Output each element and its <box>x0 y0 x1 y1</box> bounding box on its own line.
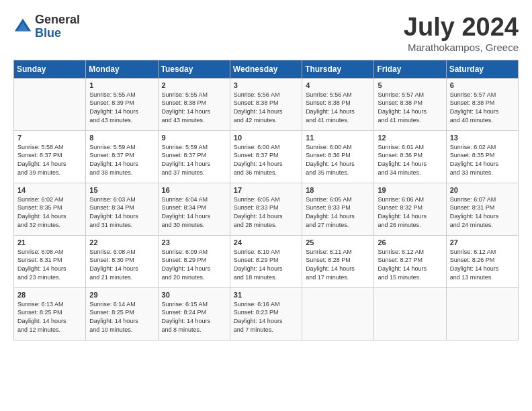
calendar-cell: 27Sunrise: 6:12 AM Sunset: 8:26 PM Dayli… <box>446 235 518 287</box>
cell-info: Sunrise: 6:00 AM Sunset: 8:37 PM Dayligh… <box>234 143 298 177</box>
calendar-cell: 23Sunrise: 6:09 AM Sunset: 8:29 PM Dayli… <box>158 235 230 287</box>
cell-info: Sunrise: 6:04 AM Sunset: 8:34 PM Dayligh… <box>162 195 226 229</box>
day-number: 27 <box>450 238 515 246</box>
calendar-cell: 15Sunrise: 6:03 AM Sunset: 8:34 PM Dayli… <box>86 183 158 235</box>
day-header-monday: Monday <box>86 60 158 78</box>
day-number: 26 <box>378 238 442 246</box>
cell-info: Sunrise: 6:02 AM Sunset: 8:35 PM Dayligh… <box>17 195 82 229</box>
location: Marathokampos, Greece <box>404 42 519 53</box>
week-row-4: 21Sunrise: 6:08 AM Sunset: 8:31 PM Dayli… <box>14 235 519 287</box>
calendar-cell: 24Sunrise: 6:10 AM Sunset: 8:29 PM Dayli… <box>230 235 302 287</box>
day-number: 6 <box>450 81 515 89</box>
calendar-cell: 17Sunrise: 6:05 AM Sunset: 8:33 PM Dayli… <box>230 183 302 235</box>
cell-info: Sunrise: 6:05 AM Sunset: 8:33 PM Dayligh… <box>234 195 298 229</box>
day-number: 31 <box>234 291 298 299</box>
calendar-cell: 10Sunrise: 6:00 AM Sunset: 8:37 PM Dayli… <box>230 130 302 183</box>
calendar-cell: 30Sunrise: 6:15 AM Sunset: 8:24 PM Dayli… <box>158 287 230 340</box>
day-number: 2 <box>162 81 226 89</box>
calendar-cell: 1Sunrise: 5:55 AM Sunset: 8:39 PM Daylig… <box>86 78 158 130</box>
cell-info: Sunrise: 5:56 AM Sunset: 8:38 PM Dayligh… <box>306 91 370 124</box>
cell-info: Sunrise: 6:10 AM Sunset: 8:29 PM Dayligh… <box>234 248 298 281</box>
calendar-cell: 21Sunrise: 6:08 AM Sunset: 8:31 PM Dayli… <box>14 235 86 287</box>
calendar-cell: 9Sunrise: 5:59 AM Sunset: 8:37 PM Daylig… <box>158 130 230 183</box>
day-number: 9 <box>162 134 226 142</box>
cell-info: Sunrise: 5:57 AM Sunset: 8:38 PM Dayligh… <box>378 91 442 124</box>
cell-info: Sunrise: 6:12 AM Sunset: 8:27 PM Dayligh… <box>378 248 442 281</box>
cell-info: Sunrise: 5:56 AM Sunset: 8:38 PM Dayligh… <box>234 91 298 124</box>
cell-info: Sunrise: 6:00 AM Sunset: 8:36 PM Dayligh… <box>306 143 370 177</box>
calendar-cell: 5Sunrise: 5:57 AM Sunset: 8:38 PM Daylig… <box>374 78 446 130</box>
logo-general: General <box>35 13 80 27</box>
cell-info: Sunrise: 6:08 AM Sunset: 8:31 PM Dayligh… <box>17 248 82 281</box>
day-number: 10 <box>234 134 298 142</box>
cell-info: Sunrise: 6:02 AM Sunset: 8:35 PM Dayligh… <box>450 143 515 177</box>
calendar-cell: 19Sunrise: 6:06 AM Sunset: 8:32 PM Dayli… <box>374 183 446 235</box>
header: General Blue July 2024 Marathokampos, Gr… <box>13 13 519 53</box>
cell-info: Sunrise: 6:06 AM Sunset: 8:32 PM Dayligh… <box>378 195 442 229</box>
day-number: 13 <box>450 134 515 142</box>
day-number: 21 <box>17 238 82 246</box>
cell-info: Sunrise: 6:13 AM Sunset: 8:25 PM Dayligh… <box>17 300 82 334</box>
day-number: 5 <box>378 81 442 89</box>
cell-info: Sunrise: 5:57 AM Sunset: 8:38 PM Dayligh… <box>450 91 515 124</box>
month-title: July 2024 <box>404 13 519 42</box>
logo-icon <box>13 17 32 36</box>
day-number: 15 <box>89 186 154 194</box>
cell-info: Sunrise: 5:59 AM Sunset: 8:37 PM Dayligh… <box>89 143 154 177</box>
day-number: 18 <box>306 186 370 194</box>
calendar-cell: 18Sunrise: 6:05 AM Sunset: 8:33 PM Dayli… <box>302 183 374 235</box>
day-number: 11 <box>306 134 370 142</box>
cell-info: Sunrise: 5:59 AM Sunset: 8:37 PM Dayligh… <box>162 143 226 177</box>
calendar-cell <box>374 287 446 340</box>
calendar-cell: 29Sunrise: 6:14 AM Sunset: 8:25 PM Dayli… <box>86 287 158 340</box>
logo-text: General Blue <box>35 13 80 40</box>
cell-info: Sunrise: 6:01 AM Sunset: 8:36 PM Dayligh… <box>378 143 442 177</box>
calendar-cell: 6Sunrise: 5:57 AM Sunset: 8:38 PM Daylig… <box>446 78 518 130</box>
cell-info: Sunrise: 6:08 AM Sunset: 8:30 PM Dayligh… <box>89 248 154 281</box>
day-number: 28 <box>17 291 82 299</box>
cell-info: Sunrise: 5:58 AM Sunset: 8:37 PM Dayligh… <box>17 143 82 177</box>
day-header-sunday: Sunday <box>14 60 86 78</box>
day-header-tuesday: Tuesday <box>158 60 230 78</box>
day-number: 22 <box>89 238 154 246</box>
day-number: 30 <box>162 291 226 299</box>
header-row: SundayMondayTuesdayWednesdayThursdayFrid… <box>14 60 519 78</box>
calendar-cell: 26Sunrise: 6:12 AM Sunset: 8:27 PM Dayli… <box>374 235 446 287</box>
week-row-1: 1Sunrise: 5:55 AM Sunset: 8:39 PM Daylig… <box>14 78 519 130</box>
cell-info: Sunrise: 6:15 AM Sunset: 8:24 PM Dayligh… <box>162 300 226 334</box>
day-number: 12 <box>378 134 442 142</box>
calendar-table: SundayMondayTuesdayWednesdayThursdayFrid… <box>13 60 519 340</box>
day-number: 23 <box>162 238 226 246</box>
day-number: 19 <box>378 186 442 194</box>
calendar-cell: 16Sunrise: 6:04 AM Sunset: 8:34 PM Dayli… <box>158 183 230 235</box>
logo-blue-text: Blue <box>35 27 80 40</box>
day-header-friday: Friday <box>374 60 446 78</box>
calendar-cell: 11Sunrise: 6:00 AM Sunset: 8:36 PM Dayli… <box>302 130 374 183</box>
cell-info: Sunrise: 6:16 AM Sunset: 8:23 PM Dayligh… <box>234 300 298 334</box>
day-number: 14 <box>17 186 82 194</box>
calendar-cell: 8Sunrise: 5:59 AM Sunset: 8:37 PM Daylig… <box>86 130 158 183</box>
day-number: 29 <box>89 291 154 299</box>
calendar-cell: 2Sunrise: 5:55 AM Sunset: 8:38 PM Daylig… <box>158 78 230 130</box>
calendar-cell <box>446 287 518 340</box>
day-number: 3 <box>234 81 298 89</box>
calendar-cell: 3Sunrise: 5:56 AM Sunset: 8:38 PM Daylig… <box>230 78 302 130</box>
cell-info: Sunrise: 6:11 AM Sunset: 8:28 PM Dayligh… <box>306 248 370 281</box>
day-header-saturday: Saturday <box>446 60 518 78</box>
cell-info: Sunrise: 6:07 AM Sunset: 8:31 PM Dayligh… <box>450 195 515 229</box>
calendar-cell: 25Sunrise: 6:11 AM Sunset: 8:28 PM Dayli… <box>302 235 374 287</box>
cell-info: Sunrise: 6:05 AM Sunset: 8:33 PM Dayligh… <box>306 195 370 229</box>
cell-info: Sunrise: 6:14 AM Sunset: 8:25 PM Dayligh… <box>89 300 154 334</box>
day-number: 8 <box>89 134 154 142</box>
calendar-cell: 12Sunrise: 6:01 AM Sunset: 8:36 PM Dayli… <box>374 130 446 183</box>
day-number: 4 <box>306 81 370 89</box>
calendar-cell: 13Sunrise: 6:02 AM Sunset: 8:35 PM Dayli… <box>446 130 518 183</box>
calendar-cell <box>14 78 86 130</box>
week-row-2: 7Sunrise: 5:58 AM Sunset: 8:37 PM Daylig… <box>14 130 519 183</box>
logo: General Blue <box>13 13 80 40</box>
main-container: General Blue July 2024 Marathokampos, Gr… <box>0 0 532 347</box>
cell-info: Sunrise: 5:55 AM Sunset: 8:39 PM Dayligh… <box>89 91 154 124</box>
week-row-5: 28Sunrise: 6:13 AM Sunset: 8:25 PM Dayli… <box>14 287 519 340</box>
calendar-cell: 7Sunrise: 5:58 AM Sunset: 8:37 PM Daylig… <box>14 130 86 183</box>
calendar-cell: 22Sunrise: 6:08 AM Sunset: 8:30 PM Dayli… <box>86 235 158 287</box>
